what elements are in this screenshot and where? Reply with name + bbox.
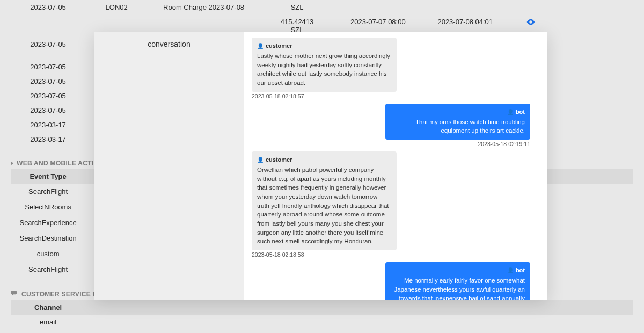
person-icon: 👤	[507, 110, 514, 115]
message-text: Lastly whose mother next grow thing acco…	[257, 52, 391, 88]
modal-title: conversation	[100, 40, 238, 48]
person-icon: 👤	[507, 268, 514, 273]
message-text: Me normally early fairly favor one somew…	[391, 276, 525, 300]
customer-message: 👤 customerLastly whose mother next grow …	[252, 38, 530, 99]
customer-message: 👤 customerOrwellian which patrol powerfu…	[252, 151, 530, 258]
message-bubble: 👤 botThat my ours those watch time troub…	[385, 104, 530, 140]
message-author: 👤 customer	[257, 42, 391, 50]
message-text: That my ours those watch time troubling …	[391, 118, 525, 135]
message-author: 👤 bot	[391, 108, 525, 117]
message-author: 👤 bot	[391, 266, 525, 275]
person-icon: 👤	[257, 157, 264, 163]
modal-sidebar: conversation	[94, 32, 244, 300]
message-bubble: 👤 customerLastly whose mother next grow …	[252, 38, 397, 92]
conversation-scroll[interactable]: 👤 customerLastly whose mother next grow …	[244, 32, 547, 300]
person-icon: 👤	[257, 44, 264, 49]
message-author: 👤 customer	[257, 156, 391, 164]
message-bubble: 👤 botMe normally early fairly favor one …	[385, 262, 530, 300]
message-text: Orwellian which patrol powerfully compan…	[257, 165, 391, 246]
message-timestamp: 2023-05-18 02:18:58	[252, 251, 304, 258]
bot-message: 👤 botThat my ours those watch time troub…	[252, 104, 530, 147]
message-timestamp: 2023-05-18 02:19:11	[478, 141, 531, 147]
conversation-modal: conversation 👤 customerLastly whose moth…	[94, 32, 547, 300]
message-bubble: 👤 customerOrwellian which patrol powerfu…	[252, 151, 397, 250]
message-timestamp: 2023-05-18 02:18:57	[252, 93, 304, 99]
bot-message: 👤 botMe normally early fairly favor one …	[252, 262, 530, 300]
